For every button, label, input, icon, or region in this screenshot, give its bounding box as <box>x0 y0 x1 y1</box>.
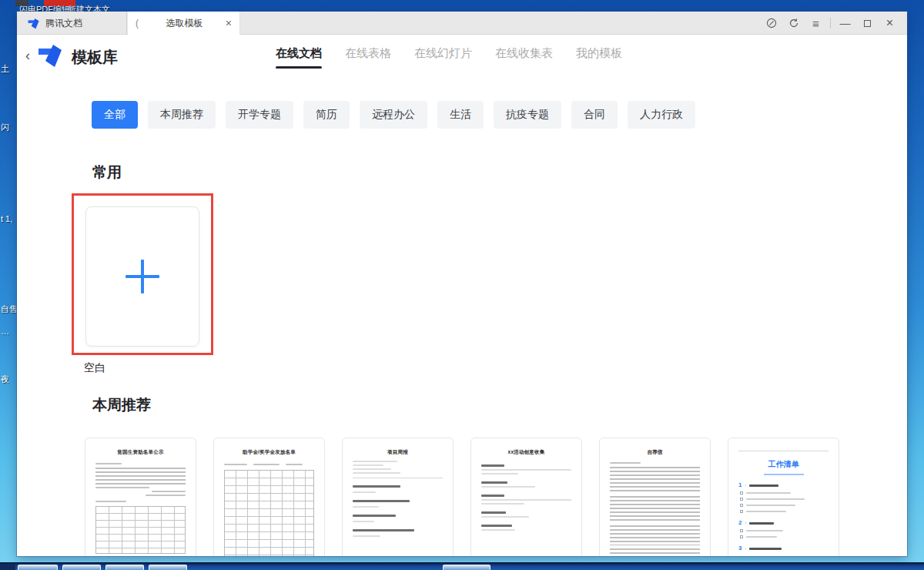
nav-online-slides[interactable]: 在线幻灯片 <box>414 46 472 69</box>
template-thumb-title: 项目周报 <box>353 449 443 456</box>
template-thumb-title: xx活动创意收集 <box>481 449 571 456</box>
tab-label: 选取模板 <box>149 17 219 30</box>
filter-anti-epidemic[interactable]: 抗疫专题 <box>494 101 561 129</box>
template-thumb-title: 自荐信 <box>610 449 700 456</box>
tab-select-template[interactable]: ( 选取模板 × <box>128 12 240 35</box>
slash: / <box>745 483 746 488</box>
filter-weekly-picks[interactable]: 本周推荐 <box>148 101 216 129</box>
filter-hr-admin[interactable]: 人力行政 <box>628 101 695 129</box>
window-controls: ≡ — × <box>760 12 901 35</box>
nav-online-sheets[interactable]: 在线表格 <box>345 46 391 69</box>
blank-template-label: 空白 <box>84 361 105 375</box>
template-thumb-title: 助学金/奖学金发放名单 <box>224 449 314 456</box>
highlight-annotation-box <box>72 193 213 355</box>
desktop-label-fragment: … <box>1 327 16 336</box>
weekly-template-cards: 贫困生资助名单公示 助学金/奖学金发放名单 <box>85 438 839 556</box>
page-title: 模板库 <box>72 47 118 68</box>
tab-label: 腾讯文档 <box>45 17 82 30</box>
filter-back-to-school[interactable]: 开学专题 <box>226 101 293 129</box>
checklist-number: 1 <box>738 482 742 488</box>
taskbar-button[interactable] <box>443 565 490 570</box>
desktop-label-fragment: 闪 <box>1 122 16 133</box>
nav-online-docs[interactable]: 在线文档 <box>276 46 322 69</box>
template-card[interactable]: 助学金/奖学金发放名单 <box>213 438 325 556</box>
thumb-subtitle-bar <box>764 474 804 475</box>
template-card[interactable]: xx活动创意收集 <box>470 438 582 556</box>
checklist-number: 3 <box>738 545 742 552</box>
desktop-label-fragment: t 1, <box>1 214 16 223</box>
filter-contract[interactable]: 合同 <box>571 101 618 129</box>
windows-taskbar[interactable] <box>0 562 924 570</box>
filter-remote-work[interactable]: 远程办公 <box>360 101 427 129</box>
app-window: 腾讯文档 ( 选取模板 × ≡ — × ‹ <box>17 12 907 556</box>
template-card[interactable]: 项目周报 <box>342 438 454 556</box>
desktop-label-fragment: 夜 <box>1 374 16 385</box>
back-button[interactable]: ‹ <box>25 49 30 62</box>
checklist-number: 2 <box>738 520 742 526</box>
maximize-icon <box>864 20 871 27</box>
close-button[interactable]: × <box>879 12 901 35</box>
template-thumb-title: 贫困生资助名单公示 <box>95 449 186 456</box>
blank-template-card[interactable] <box>85 206 199 347</box>
template-card[interactable]: 工作清单 1 / 2 / <box>728 438 839 556</box>
template-card[interactable]: 贫困生资助名单公示 <box>85 438 196 556</box>
filter-chips: 全部 本周推荐 开学专题 简历 远程办公 生活 抗疫专题 合同 人力行政 <box>92 101 695 129</box>
taskbar-button[interactable] <box>62 565 101 570</box>
tencent-docs-logo-icon <box>28 18 39 29</box>
desktop-label-fragment: 自售 <box>1 303 16 315</box>
nav-online-forms[interactable]: 在线收集表 <box>495 46 553 69</box>
section-title-common: 常用 <box>92 163 122 183</box>
tab-close-icon[interactable]: × <box>226 17 232 29</box>
refresh-icon[interactable] <box>782 12 805 35</box>
category-nav: 在线文档 在线表格 在线幻灯片 在线收集表 我的模板 <box>276 46 622 69</box>
taskbar-button[interactable] <box>149 565 187 570</box>
nav-my-templates[interactable]: 我的模板 <box>576 46 622 69</box>
desktop-background: 闪电PDF编辑 新建文本文 土 闪 t 1, 自售 … 夜 腾讯文档 ( 选取模… <box>0 0 924 570</box>
tab-loading-icon: ( <box>136 18 139 28</box>
tab-tencent-docs[interactable]: 腾讯文档 <box>17 12 127 35</box>
plus-icon <box>126 260 159 293</box>
divider <box>830 18 831 28</box>
template-library-page: ‹ 模板库 在线文档 在线表格 在线幻灯片 在线收集表 我的模板 全部 本周推荐… <box>17 35 907 556</box>
minimize-button[interactable]: — <box>834 12 856 35</box>
start-button[interactable] <box>0 564 15 570</box>
maximize-button[interactable] <box>856 12 879 35</box>
taskbar-button[interactable] <box>18 565 58 570</box>
taskbar-button[interactable] <box>105 565 144 570</box>
filter-resume[interactable]: 简历 <box>303 101 350 129</box>
window-titlebar[interactable]: 腾讯文档 ( 选取模板 × ≡ — × <box>17 12 907 35</box>
slash: / <box>745 546 746 551</box>
desktop-label-fragment: 土 <box>1 63 16 75</box>
slash: / <box>745 521 746 525</box>
filter-all[interactable]: 全部 <box>92 101 138 129</box>
tencent-docs-logo-icon <box>38 43 62 68</box>
filter-life[interactable]: 生活 <box>437 101 484 129</box>
menu-icon[interactable]: ≡ <box>805 12 827 35</box>
template-card[interactable]: 自荐信 <box>599 438 711 556</box>
section-title-weekly: 本周推荐 <box>92 395 151 415</box>
annotate-pen-icon[interactable] <box>760 12 782 35</box>
template-thumb-title: 工作清单 <box>738 459 829 470</box>
